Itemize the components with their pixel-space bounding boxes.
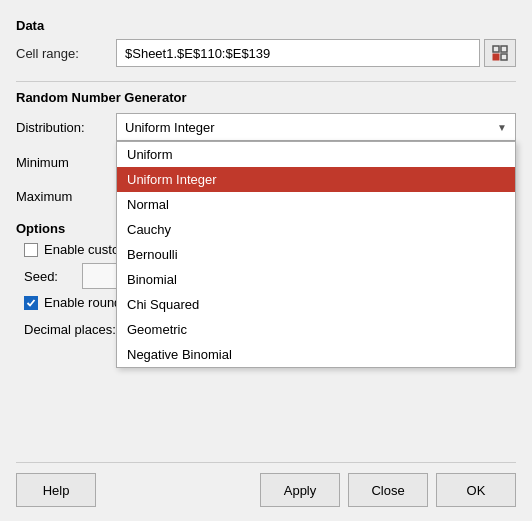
- svg-rect-1: [501, 46, 507, 52]
- cell-range-row: Cell range:: [16, 39, 516, 67]
- distribution-label: Distribution:: [16, 120, 116, 135]
- seed-label: Seed:: [24, 269, 82, 284]
- dropdown-item-uniform-integer[interactable]: Uniform Integer: [117, 167, 515, 192]
- dropdown-item-bernoulli[interactable]: Bernoulli: [117, 242, 515, 267]
- distribution-selected-label: Uniform Integer: [125, 120, 215, 135]
- cell-range-picker-button[interactable]: [484, 39, 516, 67]
- checkmark-icon: [26, 298, 36, 308]
- cell-range-input[interactable]: [116, 39, 480, 67]
- enable-rounding-checkbox[interactable]: [24, 296, 38, 310]
- help-button[interactable]: Help: [16, 473, 96, 507]
- minimum-label: Minimum: [16, 155, 116, 170]
- chevron-down-icon: ▼: [497, 122, 507, 133]
- dropdown-item-chi-squared[interactable]: Chi Squared: [117, 292, 515, 317]
- enable-seed-checkbox[interactable]: [24, 243, 38, 257]
- distribution-dropdown-list: Uniform Uniform Integer Normal Cauchy Be…: [116, 141, 516, 368]
- dropdown-item-uniform[interactable]: Uniform: [117, 142, 515, 167]
- svg-rect-2: [493, 54, 499, 60]
- dropdown-item-geometric[interactable]: Geometric: [117, 317, 515, 342]
- rng-section-title: Random Number Generator: [16, 90, 516, 105]
- distribution-dropdown[interactable]: Uniform Integer ▼ Uniform Uniform Intege…: [116, 113, 516, 141]
- dropdown-item-cauchy[interactable]: Cauchy: [117, 217, 515, 242]
- cell-range-label: Cell range:: [16, 46, 116, 61]
- svg-rect-3: [501, 54, 507, 60]
- distribution-dropdown-button[interactable]: Uniform Integer ▼: [116, 113, 516, 141]
- dropdown-item-normal[interactable]: Normal: [117, 192, 515, 217]
- apply-button[interactable]: Apply: [260, 473, 340, 507]
- ok-button[interactable]: OK: [436, 473, 516, 507]
- dropdown-item-binomial[interactable]: Binomial: [117, 267, 515, 292]
- distribution-row: Distribution: Uniform Integer ▼ Uniform …: [16, 113, 516, 141]
- svg-rect-0: [493, 46, 499, 52]
- table-icon: [491, 44, 509, 62]
- dialog: Data Cell range: Random Number Generator…: [0, 0, 532, 521]
- maximum-label: Maximum: [16, 189, 116, 204]
- data-section-title: Data: [16, 18, 516, 33]
- bottom-bar: Help Apply Close OK: [16, 462, 516, 507]
- separator: [16, 81, 516, 82]
- close-button[interactable]: Close: [348, 473, 428, 507]
- dropdown-item-negative-binomial[interactable]: Negative Binomial: [117, 342, 515, 367]
